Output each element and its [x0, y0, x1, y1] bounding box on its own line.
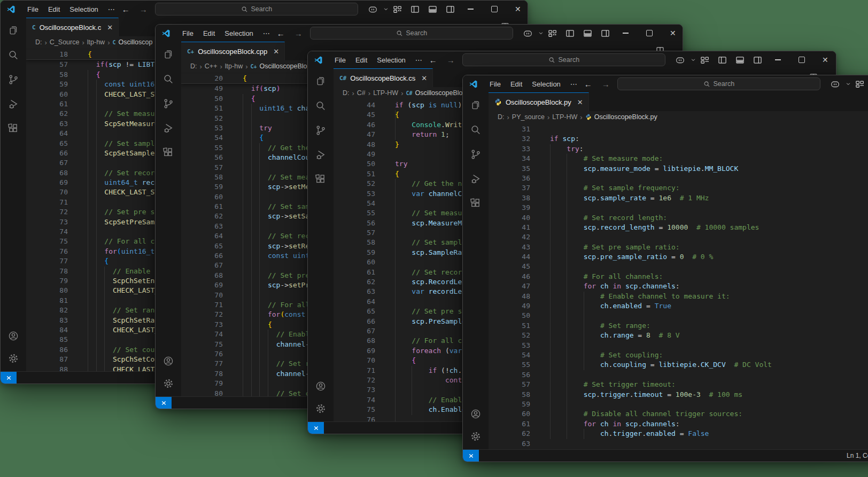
breadcrumb-item[interactable]: LTP-HW [552, 113, 577, 121]
search-input[interactable]: Search [617, 77, 820, 90]
minimize-button[interactable] [459, 1, 483, 18]
chevron-down-icon[interactable] [538, 28, 544, 38]
activitybar-item-settings[interactable] [469, 430, 482, 443]
remote-indicator[interactable] [1, 372, 17, 384]
close-button[interactable]: ✕ [813, 51, 836, 68]
activitybar-item-extensions[interactable] [314, 173, 327, 186]
copilot-icon[interactable] [368, 4, 378, 14]
activitybar-item-source-control[interactable] [469, 148, 482, 161]
activitybar-item-accounts[interactable] [7, 330, 20, 342]
search-input[interactable]: Search [462, 53, 665, 66]
breadcrumb-item[interactable]: PY_source [512, 113, 545, 121]
tab-py[interactable]: OscilloscopeBlock.py✕ [489, 92, 589, 111]
minimize-button[interactable] [766, 51, 790, 68]
copilot-icon[interactable] [523, 28, 533, 38]
close-button[interactable]: ✕ [506, 1, 528, 18]
title-bar[interactable]: FileEditSelection⋯←→Search✕ [156, 25, 683, 42]
title-bar[interactable]: FileEditSelection⋯←→Search✕ [308, 51, 836, 68]
breadcrumb-item[interactable]: C_Source [50, 38, 80, 46]
activitybar-item-accounts[interactable] [469, 408, 482, 420]
menu-item-selection[interactable]: Selection [372, 56, 410, 64]
breadcrumb-item[interactable]: D: [190, 62, 197, 70]
menu-item-more[interactable]: ⋯ [565, 80, 582, 88]
activitybar-item-source-control[interactable] [314, 124, 327, 137]
menu-item-more[interactable]: ⋯ [258, 29, 275, 37]
tab-close-icon[interactable]: ✕ [421, 74, 427, 82]
activitybar-item-search[interactable] [314, 99, 327, 112]
activitybar-item-run-and-debug[interactable] [314, 148, 327, 161]
menu-item-more[interactable]: ⋯ [103, 5, 120, 13]
activitybar-item-explorer[interactable] [314, 75, 327, 88]
activitybar-item-settings[interactable] [7, 352, 20, 365]
copilot-icon[interactable] [675, 55, 685, 65]
activitybar-item-extensions[interactable] [162, 146, 175, 159]
forward-button[interactable]: → [292, 29, 305, 38]
activitybar-item-run-and-debug[interactable] [469, 173, 482, 185]
remote-indicator[interactable] [463, 450, 479, 462]
menu-item-selection[interactable]: Selection [65, 5, 103, 13]
activitybar-item-explorer[interactable] [469, 99, 482, 112]
tab-cpp[interactable]: C+OscilloscopeBlock.cpp✕ [181, 42, 285, 60]
menu-item-file[interactable]: File [22, 5, 43, 13]
activitybar-item-run-and-debug[interactable] [162, 122, 175, 135]
toggle-panel-button[interactable] [731, 56, 749, 65]
search-input[interactable]: Search [155, 3, 358, 15]
breadcrumb-file[interactable]: Oscilloscop [119, 38, 153, 46]
breadcrumb-file[interactable]: OscilloscopeBlo [260, 62, 307, 70]
breadcrumb-item[interactable]: LTP-HW [373, 89, 398, 97]
close-button[interactable]: ✕ [661, 25, 683, 42]
remote-indicator[interactable] [156, 397, 172, 409]
code-editor[interactable]: 3132if scp:33 try:34 # Set measure mode:… [489, 123, 868, 449]
activitybar-item-settings[interactable] [162, 377, 175, 390]
chevron-down-icon[interactable] [846, 79, 851, 89]
menu-item-edit[interactable]: Edit [506, 80, 527, 88]
chevron-down-icon[interactable] [691, 55, 696, 65]
breadcrumb-file[interactable]: OscilloscopeBlo [415, 89, 463, 97]
activitybar-item-search[interactable] [162, 73, 175, 85]
activitybar-item-accounts[interactable] [314, 380, 327, 393]
customize-layout-button[interactable] [851, 80, 868, 89]
cursor-position[interactable]: Ln 1, Col 1 [847, 452, 868, 459]
minimize-button[interactable] [614, 25, 638, 42]
activitybar-item-extensions[interactable] [469, 197, 482, 210]
toggle-secondary-sidebar-button[interactable] [749, 56, 766, 65]
activitybar-item-extensions[interactable] [7, 122, 20, 135]
maximize-button[interactable] [790, 51, 813, 68]
title-bar[interactable]: FileEditSelection⋯←→Search✕ [1, 1, 528, 18]
menu-item-selection[interactable]: Selection [527, 80, 565, 88]
menu-item-edit[interactable]: Edit [351, 56, 372, 64]
maximize-button[interactable] [638, 25, 661, 42]
activitybar-item-run-and-debug[interactable] [7, 98, 20, 111]
toggle-secondary-sidebar-button[interactable] [596, 29, 614, 38]
menu-item-file[interactable]: File [177, 29, 198, 37]
menu-item-file[interactable]: File [330, 56, 351, 64]
activitybar-item-search[interactable] [469, 123, 482, 136]
back-button[interactable]: ← [427, 56, 439, 65]
toggle-sidebar-button[interactable] [406, 5, 424, 14]
tab-close-icon[interactable]: ✕ [107, 24, 113, 32]
breadcrumb-item[interactable]: C++ [205, 62, 218, 70]
activitybar-item-search[interactable] [7, 49, 20, 61]
activitybar-item-settings[interactable] [314, 402, 327, 415]
maximize-button[interactable] [483, 1, 506, 18]
forward-button[interactable]: → [445, 56, 457, 65]
breadcrumb-item[interactable]: ltp-hw [87, 38, 105, 46]
breadcrumb-item[interactable]: D: [343, 89, 350, 97]
activitybar-item-explorer[interactable] [162, 48, 175, 61]
back-button[interactable]: ← [120, 5, 132, 14]
copilot-icon[interactable] [830, 79, 840, 89]
forward-button[interactable]: → [137, 5, 150, 14]
search-input[interactable]: Search [310, 27, 513, 40]
breadcrumb-item[interactable]: D: [498, 113, 505, 121]
forward-button[interactable]: → [600, 80, 612, 89]
breadcrumb-item[interactable]: D: [35, 38, 42, 46]
activitybar-item-explorer[interactable] [7, 24, 20, 37]
breadcrumb-file[interactable]: OscilloscopeBlock.py [594, 113, 657, 121]
activitybar-item-accounts[interactable] [162, 355, 175, 367]
menu-item-selection[interactable]: Selection [220, 29, 258, 37]
customize-layout-button[interactable] [544, 29, 561, 38]
breadcrumb-item[interactable]: C# [357, 89, 366, 97]
toggle-panel-button[interactable] [579, 29, 596, 38]
remote-indicator[interactable] [308, 422, 324, 434]
activitybar-item-source-control[interactable] [162, 97, 175, 110]
